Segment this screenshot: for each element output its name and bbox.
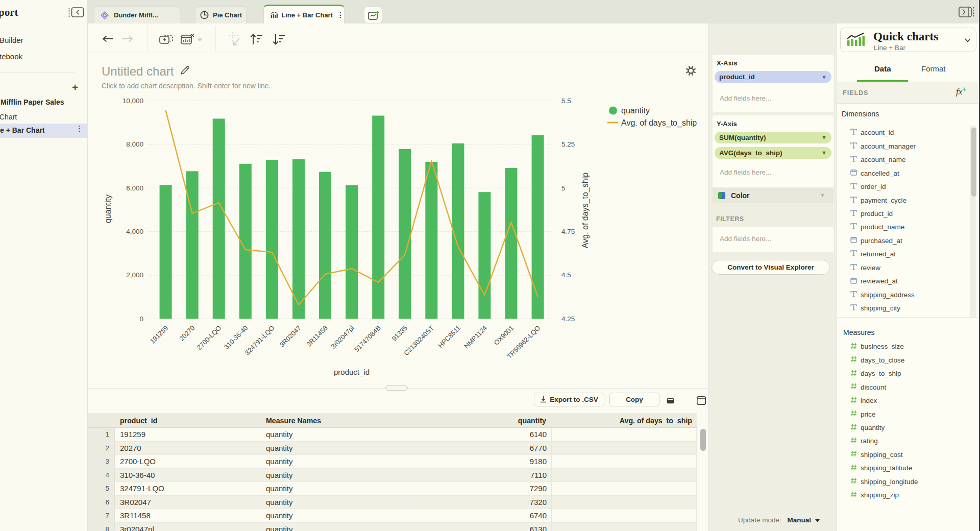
svg-text:4,000: 4,000	[126, 228, 143, 235]
svg-text:4.25: 4.25	[561, 315, 575, 323]
svg-text:5.25: 5.25	[561, 140, 575, 148]
svg-text:91335: 91335	[390, 324, 409, 343]
svg-text:product_id: product_id	[334, 368, 370, 376]
svg-text:310-36-40: 310-36-40	[223, 324, 250, 351]
svg-text:191259: 191259	[149, 324, 169, 345]
svg-text:0: 0	[139, 315, 143, 323]
svg-text:20270: 20270	[178, 324, 196, 343]
svg-text:6,000: 6,000	[126, 184, 143, 192]
svg-text:Avg. of days_to_ship: Avg. of days_to_ship	[581, 173, 590, 248]
svg-text:4.5: 4.5	[561, 271, 571, 279]
svg-text:8,000: 8,000	[126, 140, 143, 148]
svg-text:NMP1124: NMP1124	[462, 324, 488, 350]
svg-text:5.5: 5.5	[561, 97, 571, 105]
svg-text:quantity: quantity	[621, 106, 650, 115]
svg-text:3R02047: 3R02047	[278, 324, 303, 349]
svg-text:Avg. of days_to_ship: Avg. of days_to_ship	[621, 118, 697, 128]
svg-text:3R11458: 3R11458	[305, 324, 329, 348]
svg-text:2700-LQO: 2700-LQO	[195, 324, 223, 352]
svg-text:quantity: quantity	[104, 195, 112, 223]
svg-text:OX9001: OX9001	[493, 324, 515, 347]
svg-text:HPC8511: HPC8511	[436, 324, 462, 350]
svg-text:4.75: 4.75	[561, 228, 575, 235]
svg-text:51747084B: 51747084B	[353, 324, 382, 354]
svg-text:5: 5	[561, 184, 566, 192]
svg-text:2,000: 2,000	[126, 271, 143, 279]
svg-text:3r02047pl: 3r02047pl	[329, 324, 356, 351]
svg-text:10,000: 10,000	[122, 97, 143, 105]
